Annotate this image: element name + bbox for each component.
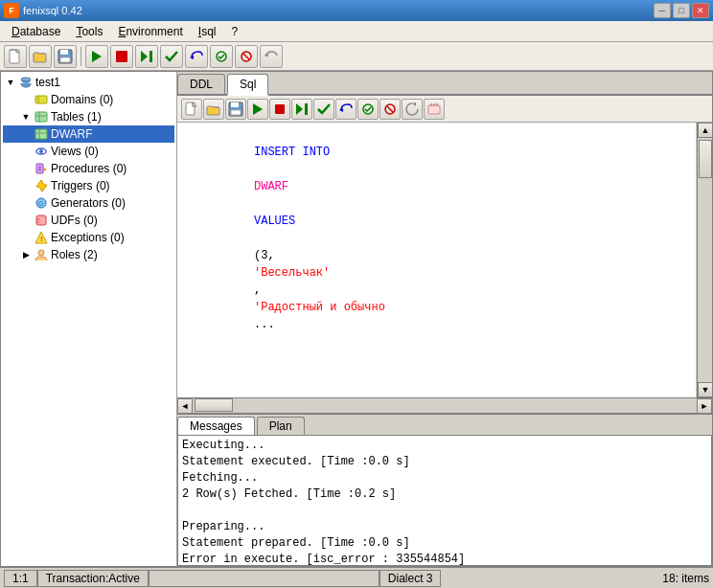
sql-btn-rollback[interactable]	[380, 99, 401, 120]
triggers-icon	[34, 178, 49, 193]
toolbar-btn-4[interactable]	[85, 45, 108, 68]
tree-item-roles[interactable]: ▶ Roles (2)	[3, 246, 174, 263]
tree-item-views[interactable]: Views (0)	[3, 143, 174, 160]
scroll-thumb[interactable]	[699, 140, 712, 178]
tables-label: Tables (1)	[51, 110, 102, 124]
main-toolbar	[0, 42, 713, 71]
scroll-up-btn[interactable]: ▲	[698, 123, 712, 138]
database-icon	[18, 75, 34, 90]
menu-help[interactable]: ?	[223, 23, 245, 40]
app-title: fenixsql 0.42	[23, 5, 654, 16]
sql-btn-execute[interactable]	[247, 99, 268, 120]
generators-icon: G	[34, 195, 49, 211]
svg-line-16	[243, 54, 249, 59]
toolbar-btn-7[interactable]	[160, 45, 183, 68]
toolbar-btn-2[interactable]	[29, 45, 52, 68]
sql-btn-stop[interactable]	[269, 99, 290, 120]
exceptions-icon: !	[34, 230, 49, 245]
tab-sql[interactable]: Sql	[227, 74, 268, 96]
views-label: Views (0)	[51, 145, 99, 158]
tree-item-dwarf[interactable]: DWARF	[3, 125, 174, 143]
tree-item-tables[interactable]: ▼ Tables (1)	[3, 108, 174, 125]
tab-ddl[interactable]: DDL	[177, 74, 225, 94]
tree-item-udfs[interactable]: f UDFs (0)	[3, 212, 174, 229]
generators-label: Generators (0)	[51, 196, 126, 210]
toolbar-btn-11[interactable]	[260, 45, 283, 68]
close-button[interactable]: ✕	[692, 3, 709, 18]
domains-toggle	[18, 92, 34, 107]
tables-toggle[interactable]: ▼	[18, 109, 34, 124]
editor-scrollbar-h[interactable]: ◄ ►	[177, 397, 712, 413]
dwarf-label: DWARF	[51, 127, 93, 141]
status-bar: 1:1 Transaction:Active Dialect 3 18: ite…	[0, 567, 713, 588]
svg-text:f: f	[37, 217, 39, 224]
scroll-left-btn[interactable]: ◄	[177, 398, 193, 414]
sql-btn-check[interactable]	[313, 99, 334, 120]
window-controls: ─ □ ✕	[654, 3, 709, 18]
sql-btn-step[interactable]	[291, 99, 312, 120]
procedures-toggle	[18, 161, 34, 176]
scroll-right-btn[interactable]: ►	[697, 398, 712, 414]
scroll-h-thumb[interactable]	[195, 398, 233, 412]
minimize-button[interactable]: ─	[654, 3, 671, 18]
sql-btn-commit[interactable]	[357, 99, 379, 120]
sql-btn-undo[interactable]	[335, 99, 356, 120]
menu-environment[interactable]: Environment	[110, 23, 190, 40]
tree-root[interactable]: ▼ test1	[3, 74, 174, 91]
tab-messages[interactable]: Messages	[177, 417, 255, 435]
svg-text:G: G	[38, 200, 43, 207]
svg-marker-57	[412, 102, 416, 106]
svg-point-29	[39, 149, 43, 153]
tree-item-domains[interactable]: Domains (0)	[3, 91, 174, 108]
menu-bar: Database Tools Environment Isql ?	[0, 21, 713, 42]
svg-rect-48	[231, 110, 241, 115]
app-icon: F	[4, 3, 19, 18]
triggers-label: Triggers (0)	[51, 179, 110, 192]
svg-marker-51	[296, 103, 303, 115]
sql-btn-save[interactable]	[225, 99, 246, 120]
scroll-down-btn[interactable]: ▼	[698, 382, 712, 397]
main-layout: ▼ test1 Domains (0) ▼ Tables (1)	[0, 71, 713, 567]
toolbar-btn-6[interactable]	[135, 45, 158, 68]
svg-rect-12	[150, 51, 152, 62]
tab-plan[interactable]: Plan	[257, 417, 305, 435]
sql-btn-clear[interactable]	[424, 99, 445, 120]
tree-root-toggle[interactable]: ▼	[3, 75, 18, 90]
svg-rect-50	[275, 104, 285, 114]
editor-scrollbar-v[interactable]: ▲ ▼	[697, 123, 712, 397]
tree-item-procedures[interactable]: Procedures (0)	[3, 160, 174, 177]
svg-rect-25	[35, 129, 47, 139]
sql-btn-new[interactable]	[181, 99, 202, 120]
roles-icon	[34, 247, 49, 262]
menu-database[interactable]: Database	[4, 23, 68, 40]
toolbar-btn-5[interactable]	[110, 45, 133, 68]
tree-item-triggers[interactable]: Triggers (0)	[3, 177, 174, 194]
toolbar-btn-10[interactable]	[235, 45, 258, 68]
tree-item-exceptions[interactable]: ! Exceptions (0)	[3, 229, 174, 246]
toolbar-btn-3[interactable]	[54, 45, 77, 68]
toolbar-btn-8[interactable]	[185, 45, 208, 68]
svg-rect-20	[35, 96, 47, 103]
udfs-toggle	[18, 213, 34, 228]
toolbar-btn-9[interactable]	[210, 45, 233, 68]
tree-panel: ▼ test1 Domains (0) ▼ Tables (1)	[0, 71, 177, 567]
sql-editor[interactable]: INSERT INTO DWARF VALUES (3, 'Весельчак'…	[177, 123, 697, 397]
menu-isql[interactable]: Isql	[191, 23, 224, 40]
roles-label: Roles (2)	[51, 248, 98, 261]
exceptions-label: Exceptions (0)	[51, 231, 125, 244]
svg-marker-34	[43, 168, 47, 171]
msg-line-3: Fetching...	[182, 470, 707, 486]
maximize-button[interactable]: □	[673, 3, 690, 18]
toolbar-btn-1[interactable]	[4, 45, 27, 68]
tree-item-generators[interactable]: G Generators (0)	[3, 194, 174, 212]
sql-btn-open[interactable]	[203, 99, 224, 120]
roles-toggle[interactable]: ▶	[18, 247, 34, 262]
domains-icon	[34, 92, 49, 107]
svg-rect-10	[116, 51, 127, 62]
menu-tools[interactable]: Tools	[68, 23, 110, 40]
messages-content: Executing... Statement executed. [Time :…	[177, 436, 712, 566]
status-items: 18: items	[662, 572, 709, 585]
exceptions-toggle	[18, 230, 34, 245]
sql-btn-refresh[interactable]	[402, 99, 423, 120]
svg-marker-35	[36, 180, 47, 192]
